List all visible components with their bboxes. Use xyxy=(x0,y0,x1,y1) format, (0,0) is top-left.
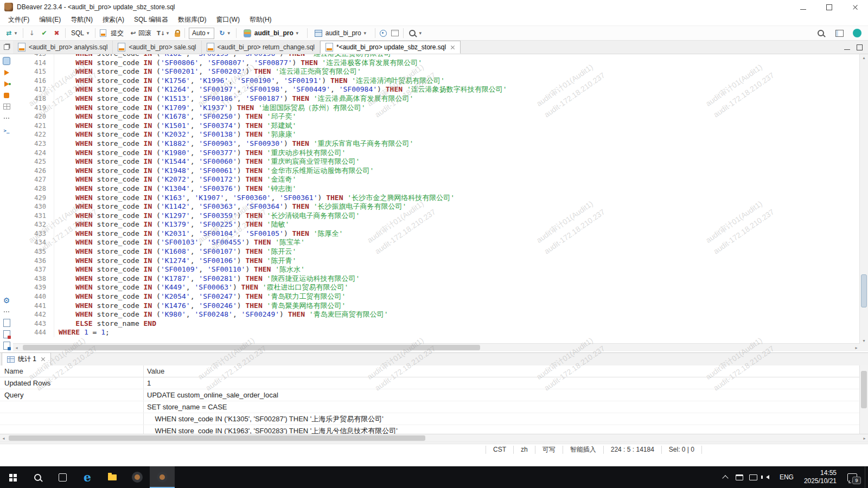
commit-mode-button[interactable] xyxy=(39,28,50,38)
code-line[interactable]: 414 WHEN store_code IN ('SF00806', 'SF00… xyxy=(13,59,860,68)
export-result-button[interactable] xyxy=(0,317,13,329)
code-line[interactable]: 423 WHEN store_code IN ('K1882', 'SF0090… xyxy=(13,139,860,149)
editor-tab[interactable]: *<audit_bi_pro> update_sbz_store.sql xyxy=(320,41,461,54)
scroll-up-icon[interactable] xyxy=(860,54,868,61)
code-line[interactable]: 419 WHEN store_code IN ('K1709', 'K1937'… xyxy=(13,104,860,113)
maximize-button[interactable] xyxy=(816,0,842,14)
edge-button[interactable] xyxy=(75,466,100,488)
quick-search-button[interactable] xyxy=(815,28,828,38)
code-line[interactable]: 426 WHEN store_code IN ('K1948', 'SF0006… xyxy=(13,166,860,176)
code-line[interactable]: 420 WHEN store_code IN ('K1678', 'SF0025… xyxy=(13,112,860,121)
show-desktop-button[interactable] xyxy=(865,466,868,488)
code-line[interactable]: 441 WHEN store_code IN ('K1476', 'SF0024… xyxy=(13,301,860,311)
statistics-tab[interactable]: 统计 1 xyxy=(2,352,51,365)
menu-item[interactable]: 数据库(D) xyxy=(173,15,212,24)
code-line[interactable]: 440 WHEN store_code IN ('K2054', 'SF0024… xyxy=(13,292,860,301)
rollback-button[interactable]: 回滚 xyxy=(127,28,154,39)
close-tab-icon[interactable] xyxy=(41,357,46,362)
open-console-button[interactable] xyxy=(0,124,13,135)
statusbar-item[interactable]: Sel: 0 | 0 xyxy=(661,446,701,454)
menu-item[interactable]: 导航(N) xyxy=(66,15,98,24)
scroll-down-icon[interactable] xyxy=(860,337,868,344)
editor-tab[interactable]: <audit_bi_pro> sale.sql xyxy=(113,41,201,54)
community-button[interactable] xyxy=(851,28,863,38)
statusbar-item[interactable]: 可写 xyxy=(535,446,563,454)
code-line[interactable]: 418 WHEN store_code IN ('K1513', 'SF0018… xyxy=(13,94,860,104)
navigator-button[interactable] xyxy=(378,29,388,38)
code-line[interactable]: 435 WHEN store_code IN ('K1608', 'SF0010… xyxy=(13,247,860,256)
report-button[interactable] xyxy=(0,329,13,340)
code-line[interactable]: 431 WHEN store_code IN ('K1297', 'SF0035… xyxy=(13,211,860,221)
close-button[interactable] xyxy=(842,0,868,14)
grid-row[interactable]: Updated Rows1 xyxy=(0,377,860,389)
maximize-view-icon[interactable] xyxy=(857,44,863,50)
column-header-value[interactable]: Value xyxy=(144,365,860,377)
taskbar-search-button[interactable] xyxy=(25,466,50,488)
grid-row[interactable]: WHEN store_code IN ('K1305', 'SF00287') … xyxy=(0,413,860,425)
search-menu-button[interactable] xyxy=(406,28,425,38)
panel-vertical-scrollbar[interactable] xyxy=(859,365,868,434)
fetch-rows-button[interactable] xyxy=(26,28,37,38)
taskbar-clock[interactable]: 14:55 2025/10/21 xyxy=(799,469,842,485)
app-button-1[interactable] xyxy=(125,466,150,488)
minimize-view-icon[interactable] xyxy=(844,44,850,50)
rail-more-top[interactable] xyxy=(0,112,13,124)
schema-select[interactable]: audit_bi_pro xyxy=(311,28,371,39)
code-line[interactable]: 443 ELSE store_name END xyxy=(13,319,860,329)
language-indicator[interactable]: ENG xyxy=(775,473,799,481)
task-view-button[interactable] xyxy=(50,466,75,488)
start-button[interactable] xyxy=(0,466,25,488)
code-line[interactable]: 416 WHEN store_code IN ('K1756', 'K1996'… xyxy=(13,76,860,86)
statusbar-item[interactable]: zh xyxy=(513,446,535,454)
code-line[interactable]: 425 WHEN store_code IN ('K1544', 'SF0006… xyxy=(13,157,860,166)
grid-view-button[interactable] xyxy=(0,101,13,112)
projects-button[interactable] xyxy=(390,29,400,37)
panel-horizontal-scrollbar[interactable] xyxy=(0,434,868,442)
editor-tab[interactable]: <audit_bi_pro> analysis.sql xyxy=(13,41,113,54)
close-tab-icon[interactable] xyxy=(450,45,455,50)
restore-editor-button[interactable] xyxy=(0,41,13,54)
database-navigator-button[interactable] xyxy=(0,55,13,67)
code-line[interactable]: 434 WHEN store_code IN ('SF00103', 'SF00… xyxy=(13,238,860,247)
code-line[interactable]: 432 WHEN store_code IN ('K1379', 'SF0022… xyxy=(13,220,860,229)
code-line[interactable]: 444WHERE 1 = 1; xyxy=(13,328,860,337)
grid-row[interactable]: WHEN store_code IN ('K1963', 'SF00283') … xyxy=(0,425,860,434)
menu-item[interactable]: 搜索(A) xyxy=(98,15,129,24)
perspective-button[interactable] xyxy=(834,29,845,38)
menu-item[interactable]: 编辑(E) xyxy=(34,15,66,24)
editor-horizontal-scrollbar[interactable] xyxy=(13,343,860,351)
lock-button[interactable] xyxy=(173,29,182,38)
code-line[interactable]: 436 WHEN store_code IN ('K1274', 'SF0010… xyxy=(13,256,860,266)
menu-item[interactable]: 帮助(H) xyxy=(245,15,277,24)
tray-device-button[interactable] xyxy=(732,466,746,488)
connection-select[interactable]: audit_bi_pro xyxy=(240,28,303,39)
code-line[interactable]: 427 WHEN store_code IN ('K2072', 'SF0017… xyxy=(13,175,860,184)
execute-script-button[interactable] xyxy=(0,78,13,89)
tray-volume-button[interactable] xyxy=(761,466,775,488)
action-center-button[interactable]: 9 xyxy=(842,466,863,488)
statusbar-item[interactable]: CST xyxy=(486,446,513,454)
settings-button[interactable] xyxy=(0,294,13,306)
refresh-button[interactable] xyxy=(216,28,233,38)
panel-scroll-thumb[interactable] xyxy=(9,435,425,441)
grid-row[interactable]: SET store_name = CASE xyxy=(0,401,860,413)
sql-editor[interactable]: 413 WHEN store_code IN ('K162', 'SF00195… xyxy=(13,54,868,351)
code-line[interactable]: 438 WHEN store_code IN ('K1787', 'SF0028… xyxy=(13,274,860,284)
scroll-left-icon[interactable] xyxy=(0,434,7,442)
code-line[interactable]: 413 WHEN store_code IN ('K162', 'SF00195… xyxy=(13,54,860,59)
code-line[interactable]: 421 WHEN store_code IN ('K1501', 'SF0037… xyxy=(13,121,860,131)
scroll-left-icon[interactable] xyxy=(13,344,20,351)
tray-expand-button[interactable] xyxy=(718,466,732,488)
chart-button[interactable] xyxy=(0,340,13,351)
sql-menu-button[interactable]: SQL xyxy=(68,28,92,38)
code-line[interactable]: 442 WHEN store_code IN ('K980', 'SF00248… xyxy=(13,310,860,319)
minimize-button[interactable] xyxy=(790,0,816,14)
tray-display-button[interactable] xyxy=(746,466,761,488)
code-line[interactable]: 433 WHEN store_code IN ('K2031', 'SF0010… xyxy=(13,229,860,239)
scroll-right-icon[interactable] xyxy=(853,344,860,351)
editor-vertical-scrollbar[interactable] xyxy=(859,54,868,344)
menu-item[interactable]: 文件(F) xyxy=(3,15,34,24)
code-line[interactable]: 424 WHEN store_code IN ('K1980', 'SF0037… xyxy=(13,149,860,158)
code-line[interactable]: 437 WHEN store_code IN ('SF00109', 'SF00… xyxy=(13,265,860,274)
code-viewport[interactable]: 413 WHEN store_code IN ('K162', 'SF00195… xyxy=(13,54,860,344)
